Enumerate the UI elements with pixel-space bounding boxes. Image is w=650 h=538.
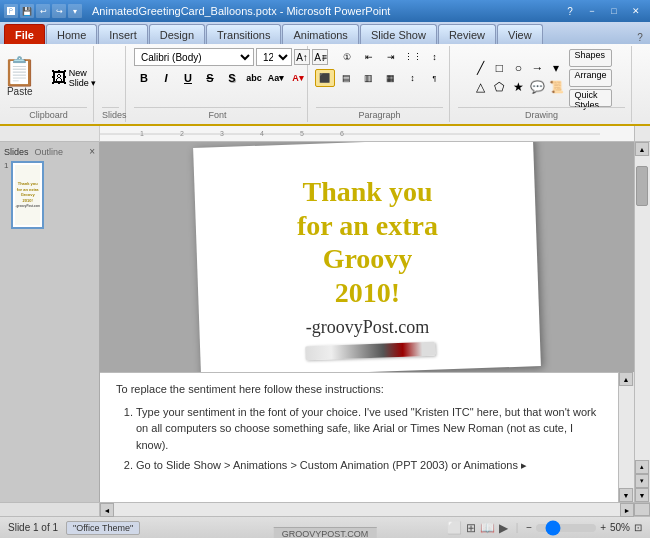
shape-circle[interactable]: ○ xyxy=(509,59,527,77)
columns-button[interactable]: ⋮⋮ xyxy=(403,48,423,66)
shape-callout[interactable]: 💬 xyxy=(528,78,546,96)
quick-save-icon[interactable]: 💾 xyxy=(20,4,34,18)
tab-slideshow[interactable]: Slide Show xyxy=(360,24,437,44)
tab-slides-label[interactable]: Slides xyxy=(4,147,29,157)
slide-actions: 🖼 NewSlide ▾ xyxy=(46,69,102,87)
italic-button[interactable]: I xyxy=(156,69,176,87)
slide-sorter-icon[interactable]: ⊞ xyxy=(466,521,476,535)
shadow-button[interactable]: S xyxy=(222,69,242,87)
help-icon[interactable]: ? xyxy=(560,4,580,18)
increase-indent-button[interactable]: ⇥ xyxy=(381,48,401,66)
paragraph-group: ≡ ① ⇤ ⇥ ⋮⋮ ↕ ⬛ ▤ ▥ ▦ ↕ ¶ Paragraph xyxy=(310,46,450,122)
tab-design[interactable]: Design xyxy=(149,24,205,44)
slide-preview: Thank youfor an extraGroovy2010!-groovyP… xyxy=(15,165,40,225)
redo-icon[interactable]: ↪ xyxy=(52,4,66,18)
quick-styles-button[interactable]: QuickStyles xyxy=(569,89,611,107)
slide-panel-close-btn[interactable]: × xyxy=(89,146,95,157)
align-center-button[interactable]: ▤ xyxy=(337,69,357,87)
reading-view-icon[interactable]: 📖 xyxy=(480,521,495,535)
shape-triangle[interactable]: △ xyxy=(471,78,489,96)
shape-star[interactable]: ★ xyxy=(509,78,527,96)
arrange-button[interactable]: Arrange xyxy=(569,69,611,87)
ribbon-help-icon[interactable]: ? xyxy=(630,30,650,44)
slide-canvas-area: Thank you for an extra Groovy 2010! -gro… xyxy=(100,142,634,372)
tab-home[interactable]: Home xyxy=(46,24,97,44)
font-family-select[interactable]: Calibri (Body) xyxy=(134,48,254,66)
font-group-content: Calibri (Body) 12 A↑ A↓ B I U S S abc Aa… xyxy=(134,48,301,107)
shape-rect[interactable]: □ xyxy=(490,59,508,77)
slide-thumbnail[interactable]: Thank youfor an extraGroovy2010!-groovyP… xyxy=(11,161,44,229)
para-spacing-button[interactable]: ¶ xyxy=(425,69,445,87)
tab-outline-label[interactable]: Outline xyxy=(35,147,64,157)
tab-file[interactable]: File xyxy=(4,24,45,44)
new-slide-label: NewSlide ▾ xyxy=(69,68,97,88)
ruler-corner xyxy=(0,126,100,142)
zoom-slider[interactable] xyxy=(536,524,596,532)
fit-slide-button[interactable]: ⊡ xyxy=(634,522,642,533)
shape-pentagon[interactable]: ⬠ xyxy=(490,78,508,96)
tab-view[interactable]: View xyxy=(497,24,543,44)
minimize-button[interactable]: − xyxy=(582,4,602,18)
notes-scroll-down[interactable]: ▼ xyxy=(619,488,633,502)
tab-review[interactable]: Review xyxy=(438,24,496,44)
notes-area: To replace the sentiment here follow the… xyxy=(100,372,618,502)
tab-transitions[interactable]: Transitions xyxy=(206,24,281,44)
shape-more[interactable]: ▾ xyxy=(547,59,565,77)
numbering-button[interactable]: ① xyxy=(337,48,357,66)
scroll-thumb[interactable] xyxy=(636,166,648,206)
underline-button[interactable]: U xyxy=(178,69,198,87)
strikethrough-button[interactable]: S xyxy=(200,69,220,87)
slide-content: Thank you for an extra Groovy 2010! -gro… xyxy=(297,175,438,338)
theme-button[interactable]: "Office Theme" xyxy=(66,521,140,535)
notes-scroll-up[interactable]: ▲ xyxy=(619,372,633,386)
new-slide-icon: 🖼 xyxy=(51,69,67,87)
align-right-button[interactable]: ▥ xyxy=(359,69,379,87)
bold-button[interactable]: B xyxy=(134,69,154,87)
bullets-button[interactable]: ≡ xyxy=(315,48,335,66)
slide-canvas[interactable]: Thank you for an extra Groovy 2010! -gro… xyxy=(193,142,541,372)
zoom-out-button[interactable]: − xyxy=(526,522,532,533)
maximize-button[interactable]: □ xyxy=(604,4,624,18)
slides-group: Slides xyxy=(96,46,126,122)
align-left-button[interactable]: ⬛ xyxy=(315,69,335,87)
scroll-track xyxy=(635,156,650,460)
justify-button[interactable]: ▦ xyxy=(381,69,401,87)
shape-scroll[interactable]: 📜 xyxy=(547,78,565,96)
customize-icon[interactable]: ▾ xyxy=(68,4,82,18)
workspace: Slides Outline × 1 Thank youfor an extra… xyxy=(0,142,650,502)
line-spacing-button[interactable]: ↕ xyxy=(403,69,423,87)
h-scroll-left-button[interactable]: ◄ xyxy=(100,503,114,517)
svg-text:3: 3 xyxy=(220,130,224,137)
align-buttons-row: ⬛ ▤ ▥ ▦ ↕ ¶ xyxy=(315,69,445,87)
undo-icon[interactable]: ↩ xyxy=(36,4,50,18)
char-spacing-button[interactable]: abc xyxy=(244,69,264,87)
scroll-down-button[interactable]: ▼ xyxy=(635,488,649,502)
slide-panel: Slides Outline × 1 Thank youfor an extra… xyxy=(0,142,100,502)
editing-group: Editing E xyxy=(634,46,650,122)
normal-view-icon[interactable]: ⬜ xyxy=(447,521,462,535)
tab-animations[interactable]: Animations xyxy=(282,24,358,44)
shape-arrow[interactable]: → xyxy=(528,59,546,77)
shape-line[interactable]: ╱ xyxy=(471,59,489,77)
font-grow-button[interactable]: A↑ xyxy=(294,49,310,65)
close-button[interactable]: ✕ xyxy=(626,4,646,18)
font-name-row: Calibri (Body) 12 A↑ A↓ xyxy=(134,48,328,66)
slideshow-icon[interactable]: ▶ xyxy=(499,521,508,535)
zoom-in-button[interactable]: + xyxy=(600,522,606,533)
scroll-up-button[interactable]: ▲ xyxy=(635,142,649,156)
paste-button[interactable]: 📋 Paste xyxy=(0,49,44,107)
text-direction-button[interactable]: ↕ xyxy=(425,48,445,66)
scroll-split-up[interactable]: ▴ xyxy=(635,460,649,474)
font-color-button[interactable]: A▾ xyxy=(288,69,308,87)
font-size-select[interactable]: 12 xyxy=(256,48,292,66)
h-scroll-right-button[interactable]: ► xyxy=(620,503,634,517)
slide-main-text: Thank you for an extra Groovy 2010! xyxy=(297,175,438,309)
tab-insert[interactable]: Insert xyxy=(98,24,148,44)
new-slide-button[interactable]: 🖼 NewSlide ▾ xyxy=(46,69,102,87)
scroll-split-down[interactable]: ▾ xyxy=(635,474,649,488)
notes-scrollbar: ▲ ▼ xyxy=(618,372,634,502)
change-case-button[interactable]: Aa▾ xyxy=(266,69,286,87)
shapes-button[interactable]: Shapes xyxy=(569,49,611,67)
decrease-indent-button[interactable]: ⇤ xyxy=(359,48,379,66)
slide-item: 1 Thank youfor an extraGroovy2010!-groov… xyxy=(4,161,95,229)
